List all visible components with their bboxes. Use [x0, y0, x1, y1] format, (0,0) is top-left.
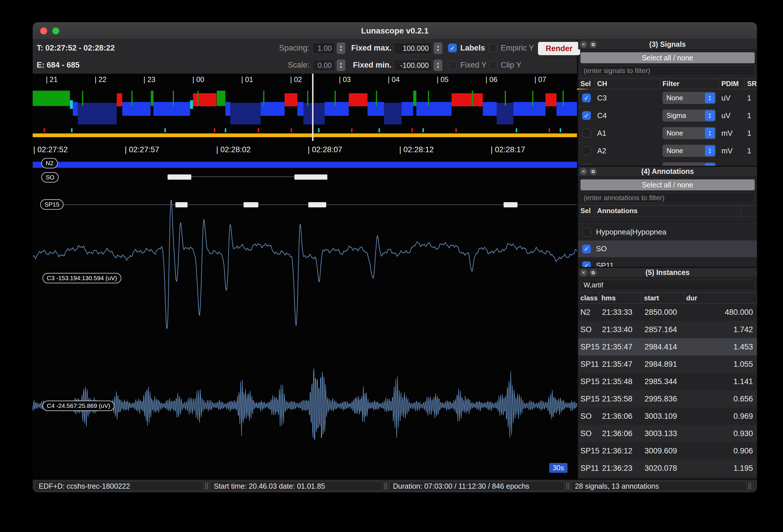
signal-channel-label: LOC: [595, 164, 660, 166]
signals-select-all-button[interactable]: Select all / none: [581, 52, 755, 63]
signal-row[interactable]: A1None▲▼mV1: [578, 125, 757, 142]
stepper-up-icon: ▲: [340, 62, 343, 65]
scale-label: Scale:: [273, 57, 309, 74]
empiric-y-checkbox[interactable]: [489, 44, 497, 52]
so-annotation-block[interactable]: [167, 174, 191, 180]
sp15-annotation-block[interactable]: [176, 202, 188, 207]
annotations-select-all-button[interactable]: Select all / none: [581, 179, 755, 190]
signal-channel-label: A2: [595, 146, 660, 155]
annotations-filter-input[interactable]: [581, 193, 755, 203]
panel-detach-icon[interactable]: ⧉: [589, 41, 597, 48]
instance-dur-cell: 0.906: [684, 446, 757, 456]
instance-row[interactable]: SP1521:35:472984.4141.453: [578, 338, 757, 356]
instance-dur-cell: 480.000: [684, 308, 757, 317]
sp15-annotation-block[interactable]: [244, 202, 258, 207]
fixed-max-input[interactable]: [394, 42, 432, 54]
filter-dropdown[interactable]: None▲▼: [662, 162, 716, 166]
labels-checkbox[interactable]: ✓: [448, 44, 457, 52]
instance-row[interactable]: SO21:36:063003.1090.969: [578, 407, 757, 425]
panel-detach-icon[interactable]: ⧉: [589, 269, 597, 276]
artifact-tick-red: [351, 128, 352, 132]
instance-row[interactable]: SO21:33:402857.1641.742: [578, 321, 757, 338]
hypnogram-segment-N3: [230, 103, 261, 125]
signal-checkbox[interactable]: ✓: [582, 111, 591, 120]
scale-stepper[interactable]: ▲▼: [337, 60, 345, 71]
hour-tick-label: | 04: [388, 75, 400, 84]
filter-dropdown[interactable]: None▲▼: [662, 145, 716, 157]
signal-row[interactable]: ✓C3None▲▼uV1: [578, 89, 757, 107]
annotation-checkbox[interactable]: [582, 228, 591, 237]
instances-filter-input[interactable]: [581, 280, 755, 290]
sp15-annotation-block[interactable]: [504, 202, 518, 207]
instance-dur-cell: 1.453: [684, 342, 757, 352]
signals-filter-input[interactable]: [581, 66, 755, 76]
signal-viewer[interactable]: N2 SO SP15 C3 -153.194:130.594 (uV) C4 -…: [33, 74, 577, 480]
panel-close-icon[interactable]: ✕: [580, 168, 587, 175]
hypnogram-segment-N2: [153, 102, 190, 116]
signal-checkbox[interactable]: [582, 164, 591, 166]
filter-dropdown[interactable]: None▲▼: [662, 127, 716, 139]
render-button[interactable]: Render: [538, 42, 580, 55]
instance-row[interactable]: SO21:36:063003.1330.930: [578, 425, 757, 442]
instance-hms-cell: 21:35:48: [599, 377, 642, 386]
signal-checkbox[interactable]: ✓: [582, 94, 591, 102]
traffic-lights: [40, 27, 59, 34]
signal-pdim: mV: [719, 129, 745, 138]
fixed-y-checkbox[interactable]: [448, 61, 457, 69]
hypnogram[interactable]: [33, 91, 577, 127]
signal-row[interactable]: LOCNone▲▼mV1: [578, 160, 757, 166]
filter-dropdown[interactable]: Sigma▲▼: [662, 109, 716, 122]
instances-table-header: class hms start dur: [578, 293, 757, 304]
epoch-cursor[interactable]: [312, 74, 313, 141]
instance-hms-cell: 21:35:47: [599, 360, 642, 369]
instance-row[interactable]: SP1521:35:582995.8360.656: [578, 390, 757, 407]
annotation-checkbox[interactable]: ✓: [582, 261, 591, 267]
artifact-tick-cyan: [71, 128, 72, 132]
annotation-row-clipped: [578, 216, 757, 224]
annotation-row[interactable]: ✓SP11: [578, 257, 757, 267]
check-icon: ✓: [584, 95, 589, 101]
instance-hms-cell: 21:33:40: [599, 325, 642, 334]
so-annotation-block[interactable]: [294, 174, 327, 180]
instance-row[interactable]: N221:33:332850.000480.000: [578, 304, 757, 321]
col-sel: Sel: [578, 206, 595, 216]
panel-close-icon[interactable]: ✕: [580, 269, 587, 276]
close-window-button[interactable]: [40, 27, 47, 34]
arousal-tick: [472, 91, 473, 106]
arousal-tick: [335, 91, 336, 106]
window-duration-badge: 30s: [549, 463, 567, 473]
hypnogram-segment-N2: [513, 102, 545, 116]
annotation-row[interactable]: Hypopnea|Hypopnea: [578, 224, 757, 241]
n2-annotation-bar[interactable]: [33, 162, 577, 168]
signal-checkbox[interactable]: [582, 146, 591, 155]
sp15-annotation-block[interactable]: [308, 202, 326, 207]
col-class: class: [578, 293, 599, 303]
instance-row[interactable]: SP1121:35:472984.8911.055: [578, 356, 757, 373]
signal-checkbox[interactable]: [582, 129, 591, 137]
signals-table-body: ✓C3None▲▼uV1✓C4Sigma▲▼uV1A1None▲▼mV1A2No…: [578, 89, 757, 166]
instance-row[interactable]: SP1121:36:233020.0781.195: [578, 460, 757, 477]
instance-row[interactable]: SP1521:36:123009.6090.906: [578, 442, 757, 460]
filter-dropdown[interactable]: None▲▼: [662, 92, 716, 104]
zoom-window-button[interactable]: [52, 27, 59, 34]
instance-row[interactable]: SP1521:35:482985.3441.141: [578, 373, 757, 390]
scale-input[interactable]: [312, 60, 335, 71]
signal-row[interactable]: ✓C4Sigma▲▼uV1: [578, 107, 757, 125]
toolbar: T: 02:27:52 - 02:28:22 E: 684 - 685 Spac…: [33, 40, 577, 74]
clip-y-checkbox[interactable]: [489, 61, 497, 69]
spacing-input[interactable]: [312, 42, 335, 54]
fixed-min-stepper[interactable]: ▲▼: [434, 60, 442, 71]
instance-hms-cell: 21:33:33: [599, 308, 642, 317]
panel-detach-icon[interactable]: ⧉: [589, 168, 597, 175]
annotation-row[interactable]: ✓SO: [578, 241, 757, 257]
artifact-tick-red: [258, 128, 259, 132]
spacing-stepper[interactable]: ▲▼: [337, 42, 345, 54]
signal-row[interactable]: A2None▲▼mV1: [578, 142, 757, 160]
instance-class-cell: SP15: [578, 446, 599, 456]
fixed-min-input[interactable]: [394, 60, 432, 71]
hypnogram-mask-bar[interactable]: [33, 133, 577, 137]
panel-close-icon[interactable]: ✕: [580, 41, 587, 48]
annotation-checkbox[interactable]: ✓: [582, 245, 591, 253]
dropdown-stepper-icon: ▲▼: [705, 128, 715, 138]
fixed-max-stepper[interactable]: ▲▼: [434, 42, 442, 54]
